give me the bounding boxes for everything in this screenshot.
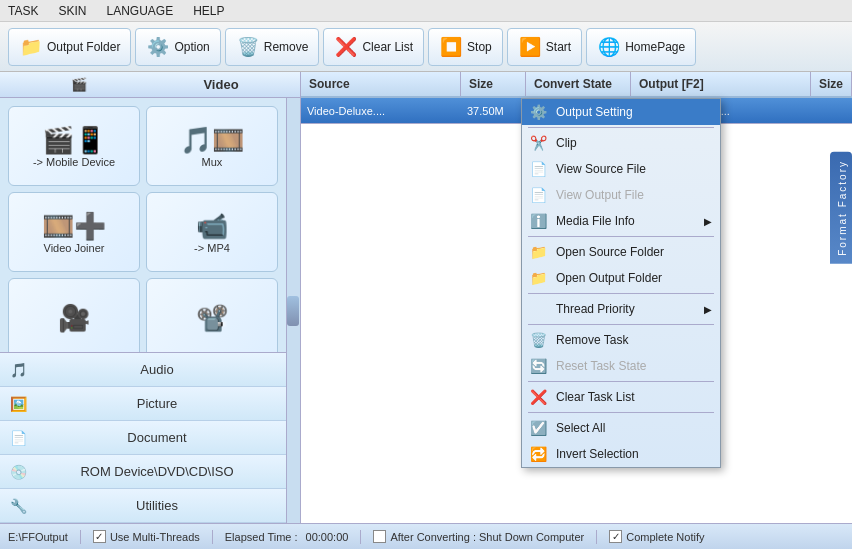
scrollbar-track[interactable] (286, 98, 300, 523)
mobile-device-item[interactable]: 🎬📱 -> Mobile Device (8, 106, 140, 186)
utilities-row[interactable]: 🔧 Utilities (0, 489, 286, 523)
mp4-label: -> MP4 (194, 242, 230, 254)
video-joiner-item[interactable]: 🎞️➕ Video Joiner (8, 192, 140, 272)
ctx-view-source[interactable]: 📄 View Source File (522, 156, 720, 182)
ctx-thread-label: Thread Priority (556, 302, 635, 316)
status-divider-4 (596, 530, 597, 544)
start-icon: ▶️ (518, 35, 542, 59)
audio-icon: 🎵 (8, 360, 28, 380)
utilities-icon: 🔧 (8, 496, 28, 516)
th-output: Output [F2] (631, 72, 811, 96)
menu-bar: TASK SKIN LANGUAGE HELP (0, 0, 852, 22)
thread-priority-icon (530, 300, 548, 318)
ctx-clear-task-list[interactable]: ❌ Clear Task List (522, 384, 720, 410)
menu-skin[interactable]: SKIN (54, 2, 90, 20)
section-rows: 🎵 Audio 🖼️ Picture 📄 Document 💿 ROM Devi… (0, 352, 286, 523)
after-converting-checkbox[interactable] (373, 530, 386, 543)
rom-row[interactable]: 💿 ROM Device\DVD\CD\ISO (0, 455, 286, 489)
clear-list-label: Clear List (362, 40, 413, 54)
complete-notify-label: Complete Notify (626, 531, 704, 543)
ctx-open-output-folder[interactable]: 📁 Open Output Folder (522, 265, 720, 291)
ctx-open-source-label: Open Source Folder (556, 245, 664, 259)
th-outsize: Size (811, 72, 852, 96)
elapsed-time-value: 00:00:00 (306, 531, 349, 543)
remove-button[interactable]: 🗑️ Remove (225, 28, 320, 66)
menu-help[interactable]: HELP (189, 2, 228, 20)
multi-threads-label: Use Multi-Threads (110, 531, 200, 543)
ctx-media-info[interactable]: ℹ️ Media File Info ▶ (522, 208, 720, 234)
picture-label: Picture (36, 396, 278, 411)
output-path-item: E:\FFOutput (8, 531, 68, 543)
ctx-output-setting-label: Output Setting (556, 105, 633, 119)
video-content: 🎬📱 -> Mobile Device 🎵🎞️ Mux 🎞️➕ Video Jo… (0, 98, 286, 523)
ctx-output-setting[interactable]: ⚙️ Output Setting (522, 99, 720, 125)
gear-icon: ⚙️ (146, 35, 170, 59)
ctx-clip[interactable]: ✂️ Clip (522, 130, 720, 156)
rom-label: ROM Device\DVD\CD\ISO (36, 464, 278, 479)
video-panel-icon: 🎬 (8, 76, 150, 94)
elapsed-time-label: Elapsed Time : (225, 531, 298, 543)
table-header: Source Size Convert State Output [F2] Si… (301, 72, 852, 98)
status-divider-1 (80, 530, 81, 544)
ctx-thread-priority[interactable]: Thread Priority ▶ (522, 296, 720, 322)
video-scroll-area: 🎬📱 -> Mobile Device 🎵🎞️ Mux 🎞️➕ Video Jo… (0, 98, 300, 523)
document-label: Document (36, 430, 278, 445)
output-setting-icon: ⚙️ (530, 103, 548, 121)
output-folder-button[interactable]: 📁 Output Folder (8, 28, 131, 66)
scrollbar-thumb[interactable] (287, 296, 299, 326)
status-bar: E:\FFOutput ✓ Use Multi-Threads Elapsed … (0, 523, 852, 549)
homepage-label: HomePage (625, 40, 685, 54)
ctx-remove-task[interactable]: 🗑️ Remove Task (522, 327, 720, 353)
complete-notify-item: ✓ Complete Notify (609, 530, 704, 543)
ctx-select-all[interactable]: ☑️ Select All (522, 415, 720, 441)
option-label: Option (174, 40, 209, 54)
mkv-item[interactable]: 🎥 (8, 278, 140, 352)
mux-item[interactable]: 🎵🎞️ Mux (146, 106, 278, 186)
ctx-sep-4 (528, 324, 714, 325)
rom-icon: 💿 (8, 462, 28, 482)
remove-task-icon: 🗑️ (530, 331, 548, 349)
ctx-view-output-label: View Output File (556, 188, 644, 202)
start-label: Start (546, 40, 571, 54)
stop-button[interactable]: ⏹️ Stop (428, 28, 503, 66)
ctx-view-source-label: View Source File (556, 162, 646, 176)
menu-task[interactable]: TASK (4, 2, 42, 20)
ctx-open-source-folder[interactable]: 📁 Open Source Folder (522, 239, 720, 265)
mux-icon: 🎵🎞️ (180, 125, 244, 156)
stop-icon: ⏹️ (439, 35, 463, 59)
context-menu: ⚙️ Output Setting ✂️ Clip 📄 View Source … (521, 98, 721, 468)
menu-language[interactable]: LANGUAGE (102, 2, 177, 20)
folder-icon: 📁 (19, 35, 43, 59)
webm-item[interactable]: 📽️ (146, 278, 278, 352)
home-icon: 🌐 (597, 35, 621, 59)
td-source: Video-Deluxe.... (301, 98, 461, 123)
ctx-invert-selection[interactable]: 🔁 Invert Selection (522, 441, 720, 467)
main-layout: 🎬 Video 🎬📱 -> Mobile Device 🎵🎞️ Mux 🎞️➕ (0, 72, 852, 523)
ctx-view-output: 📄 View Output File (522, 182, 720, 208)
video-joiner-label: Video Joiner (44, 242, 105, 254)
multi-threads-item: ✓ Use Multi-Threads (93, 530, 200, 543)
complete-notify-checkbox[interactable]: ✓ (609, 530, 622, 543)
th-size: Size (461, 72, 526, 96)
homepage-button[interactable]: 🌐 HomePage (586, 28, 696, 66)
ctx-sep-1 (528, 127, 714, 128)
ctx-clip-label: Clip (556, 136, 577, 150)
audio-row[interactable]: 🎵 Audio (0, 353, 286, 387)
invert-selection-icon: 🔁 (530, 445, 548, 463)
ctx-reset-task-label: Reset Task State (556, 359, 647, 373)
document-row[interactable]: 📄 Document (0, 421, 286, 455)
format-factory-tab[interactable]: Format Factory (830, 152, 852, 264)
ctx-reset-task: 🔄 Reset Task State (522, 353, 720, 379)
document-icon: 📄 (8, 428, 28, 448)
mp4-item[interactable]: 📹 -> MP4 (146, 192, 278, 272)
left-panel: 🎬 Video 🎬📱 -> Mobile Device 🎵🎞️ Mux 🎞️➕ (0, 72, 301, 523)
option-button[interactable]: ⚙️ Option (135, 28, 220, 66)
multi-threads-checkbox[interactable]: ✓ (93, 530, 106, 543)
output-path: E:\FFOutput (8, 531, 68, 543)
clear-list-button[interactable]: ❌ Clear List (323, 28, 424, 66)
td-size: 37.50M (461, 98, 526, 123)
start-button[interactable]: ▶️ Start (507, 28, 582, 66)
mux-label: Mux (202, 156, 223, 168)
status-divider-3 (360, 530, 361, 544)
picture-row[interactable]: 🖼️ Picture (0, 387, 286, 421)
